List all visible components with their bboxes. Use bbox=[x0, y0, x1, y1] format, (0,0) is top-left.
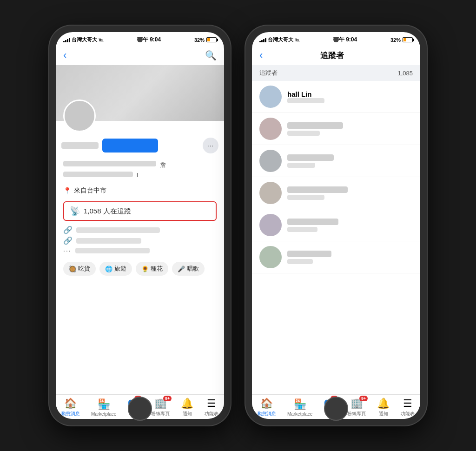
follower-name-1: hall Lin bbox=[287, 90, 413, 98]
followers-list: hall Lin bbox=[252, 81, 420, 394]
follower-avatar-5 bbox=[259, 214, 282, 236]
follower-item-2[interactable] bbox=[252, 113, 420, 145]
follower-info-2 bbox=[287, 122, 413, 136]
nav-pages-left[interactable]: 🏢 9+ 粉絲專頁 bbox=[151, 398, 170, 417]
follower-avatar-3 bbox=[259, 150, 282, 172]
follower-avatar-2 bbox=[259, 118, 282, 140]
carrier-left: 台灣大哥大 bbox=[72, 36, 97, 43]
more-dots: ··· bbox=[63, 247, 72, 254]
follower-item-1[interactable]: hall Lin bbox=[252, 81, 420, 113]
nav-marketplace-left[interactable]: 🏪 Marketplace bbox=[91, 398, 116, 417]
follower-info-1: hall Lin bbox=[287, 90, 413, 103]
nav-menu-right[interactable]: ☰ 功能表 bbox=[401, 398, 415, 417]
tag-travel[interactable]: 🌐旅遊 bbox=[99, 262, 132, 276]
right-phone: 台灣大哥大 ℡ 下午 9:04 32% ‹ 追蹤者 追蹤者 1,085 bbox=[245, 26, 427, 425]
tags-section: 🥘吃貨 🌐旅遊 🌻種花 🎤唱歌 bbox=[56, 258, 224, 279]
nav-home-label-right: 動態消息 bbox=[258, 411, 276, 417]
wifi-icon-right: ℡ bbox=[295, 37, 300, 42]
cover-photo bbox=[56, 65, 224, 121]
back-button-left[interactable]: ‹ bbox=[63, 49, 66, 61]
signal-icon bbox=[63, 38, 70, 42]
followers-list-label: 追蹤者 bbox=[259, 69, 278, 77]
tag-foodie[interactable]: 🥘吃貨 bbox=[63, 262, 96, 276]
nav-marketplace-label-right: Marketplace bbox=[287, 411, 312, 417]
time-left: 下午 9:04 bbox=[137, 36, 161, 44]
follower-item-4[interactable] bbox=[252, 177, 420, 209]
tag-travel-label: 旅遊 bbox=[114, 265, 126, 273]
followers-count: 1,058 人在追蹤 bbox=[84, 207, 131, 216]
nav-header-right: ‹ 追蹤者 bbox=[252, 46, 420, 65]
followers-box[interactable]: 📡 1,058 人在追蹤 bbox=[63, 201, 217, 221]
search-button-left[interactable]: 🔍 bbox=[205, 50, 217, 61]
follower-item-6[interactable] bbox=[252, 241, 420, 273]
follower-info-5 bbox=[287, 219, 413, 232]
nav-home-label-left: 動態消息 bbox=[61, 411, 80, 417]
follower-info-3 bbox=[287, 154, 413, 168]
profile-bio: 詹 l bbox=[56, 157, 224, 185]
nav-pages-label-right: 粉絲專頁 bbox=[347, 411, 366, 417]
location-row: 📍 來自台中市 bbox=[56, 186, 224, 197]
follower-avatar-6 bbox=[259, 246, 282, 268]
follower-info-6 bbox=[287, 251, 413, 264]
battery-icon-left bbox=[206, 37, 217, 42]
links-section: 🔗 🔗 ··· bbox=[56, 224, 224, 258]
carrier-right: 台灣大哥大 bbox=[268, 36, 293, 43]
nav-menu-label-left: 功能表 bbox=[205, 411, 218, 417]
nav-notif-label-left: 通知 bbox=[183, 411, 192, 417]
more-options-button[interactable]: ··· bbox=[203, 138, 218, 153]
battery-pct-right: 32% bbox=[390, 37, 401, 43]
tag-flowers[interactable]: 🌻種花 bbox=[136, 262, 168, 276]
battery-pct-left: 32% bbox=[194, 37, 205, 43]
status-bar-right: 台灣大哥大 ℡ 下午 9:04 32% bbox=[252, 32, 420, 46]
wifi-icon-left: ℡ bbox=[99, 37, 104, 42]
followers-list-header: 追蹤者 1,085 bbox=[252, 65, 420, 81]
profile-action-bar: ··· bbox=[56, 134, 224, 157]
left-phone: 台灣大哥大 ℡ 下午 9:04 32% ‹ 🔍 bbox=[49, 26, 231, 425]
page-title-right: 追蹤者 bbox=[320, 50, 344, 61]
nav-header-left: ‹ 🔍 bbox=[56, 46, 224, 65]
follower-info-4 bbox=[287, 186, 413, 200]
nav-home-left[interactable]: 🏠 動態消息 bbox=[61, 398, 80, 417]
home-button-left[interactable] bbox=[128, 397, 152, 421]
status-bar-left: 台灣大哥大 ℡ 下午 9:04 32% bbox=[56, 32, 224, 46]
location-text: 來自台中市 bbox=[74, 186, 106, 195]
back-button-right[interactable]: ‹ bbox=[259, 49, 263, 61]
signal-icon-right bbox=[259, 38, 266, 42]
time-right: 下午 9:04 bbox=[333, 36, 357, 44]
nav-notif-left[interactable]: 🔔 通知 bbox=[181, 398, 193, 417]
nav-menu-label-right: 功能表 bbox=[401, 411, 415, 417]
tag-sing[interactable]: 🎤唱歌 bbox=[172, 262, 205, 276]
nav-notif-label-right: 通知 bbox=[379, 411, 388, 417]
followers-list-count: 1,085 bbox=[397, 70, 413, 77]
nav-marketplace-label-left: Marketplace bbox=[91, 411, 116, 417]
nav-menu-left[interactable]: ☰ 功能表 bbox=[205, 398, 218, 417]
follower-avatar-4 bbox=[259, 182, 282, 204]
follower-item-3[interactable] bbox=[252, 145, 420, 177]
tag-foodie-label: 吃貨 bbox=[78, 265, 90, 273]
tag-flowers-label: 種花 bbox=[151, 265, 163, 273]
follow-button[interactable] bbox=[102, 139, 158, 153]
tag-sing-label: 唱歌 bbox=[187, 265, 199, 273]
nav-pages-label-left: 粉絲專頁 bbox=[151, 411, 170, 417]
follower-item-5[interactable] bbox=[252, 209, 420, 241]
pages-badge-right: 9+ bbox=[359, 396, 368, 401]
nav-notif-right[interactable]: 🔔 通知 bbox=[377, 398, 390, 417]
nav-home-right[interactable]: 🏠 動態消息 bbox=[258, 398, 276, 417]
follower-avatar-1 bbox=[259, 86, 282, 108]
nav-pages-right[interactable]: 🏢 9+ 粉絲專頁 bbox=[347, 398, 366, 417]
nav-marketplace-right[interactable]: 🏪 Marketplace bbox=[287, 398, 312, 417]
pages-badge-left: 9+ bbox=[163, 396, 172, 401]
home-button-right[interactable] bbox=[324, 397, 348, 421]
battery-icon-right bbox=[403, 37, 413, 42]
